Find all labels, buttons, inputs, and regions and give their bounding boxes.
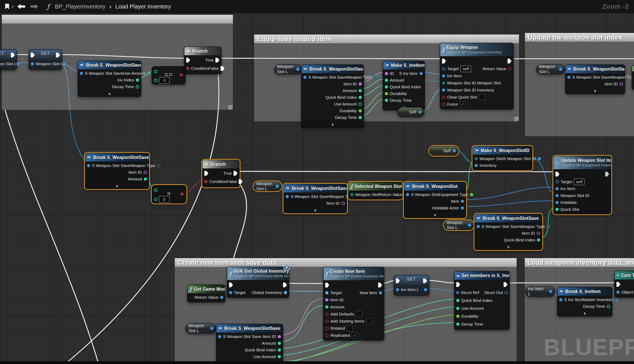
set-members-invitem[interactable]: ▬Set members in S_InvItemStruct RefStruc…: [454, 271, 510, 330]
data-pin[interactable]: [424, 288, 427, 291]
exec-pin[interactable]: [507, 59, 511, 64]
master-inventory-pin[interactable]: [615, 298, 618, 301]
break-weaponslotsave-6-header[interactable]: Break S_WeaponSlotSave: [475, 214, 542, 222]
create-new-item[interactable]: ƒCreate New ItemTarget is BP Global Inve…: [323, 267, 384, 340]
exec-pin[interactable]: [605, 172, 609, 176]
weapon-slot-pin[interactable]: [475, 157, 478, 160]
data-pin[interactable]: [181, 192, 184, 196]
collapse-down-icon[interactable]: ∨: [284, 208, 347, 213]
output-pin[interactable]: [549, 290, 552, 293]
set-node-partial[interactable]: SETWeapon Slot L: [0, 49, 17, 70]
rotated-pin[interactable]: [325, 327, 329, 330]
s-inv-item-pin[interactable]: [420, 72, 423, 75]
decay-time-pin[interactable]: [385, 99, 388, 102]
output-pin[interactable]: [468, 224, 471, 227]
collapse-down-icon[interactable]: ∨: [475, 244, 542, 250]
condition-pin[interactable]: [186, 67, 189, 70]
weapon-slot-l-pin[interactable]: [31, 62, 34, 66]
quick-bind-index-pin[interactable]: [537, 238, 540, 242]
decay-time-pin[interactable]: [359, 116, 362, 119]
comment-untitled-resize-handle[interactable]: [228, 105, 233, 110]
inv-index-pin[interactable]: [136, 78, 139, 82]
back-arrow-icon[interactable]: [17, 4, 25, 9]
break-weaponslot-header[interactable]: Break S_WeaponSlot: [404, 182, 466, 190]
break-invitem-header[interactable]: Break S_InvItem: [557, 287, 612, 296]
break-weaponslotsave-2-header[interactable]: Break S_WeaponSlotSave: [302, 65, 364, 73]
data-pin[interactable]: [154, 79, 157, 82]
selected-weapon-slot[interactable]: ƒSelected Weapon SlotWeapon SlotReturn V…: [348, 182, 403, 200]
replicated-pin[interactable]: [325, 334, 329, 337]
greater-node[interactable]: >0: [152, 185, 186, 204]
output-pin[interactable]: [210, 327, 213, 330]
collapse-up-icon[interactable]: ∧: [302, 122, 364, 127]
horizontal-scrollbar[interactable]: [0, 361, 634, 364]
sgk-get-global-inventory-header[interactable]: ƒSGK Get Global InventoryTarget is BP SG…: [227, 267, 289, 280]
s-inv-item-pin[interactable]: [559, 298, 562, 301]
sgk-get-global-inventory[interactable]: ƒSGK Get Global InventoryTarget is BP SG…: [227, 266, 289, 298]
quick-slot-pin[interactable]: [555, 208, 559, 211]
update-weapon-slot-item-header[interactable]: ◇Update Weapon Slot ItemTarget is BP Equ…: [554, 156, 611, 169]
weapon-slot-l-pill-4[interactable]: Weapon Slot L: [444, 220, 474, 230]
set-members-invitem-header[interactable]: ▬Set members in S_InvItem: [454, 271, 509, 280]
set-inv-item-l[interactable]: SETInv Item L: [394, 275, 429, 296]
holdable-actor-pin[interactable]: [461, 206, 464, 210]
output-pin[interactable]: [296, 68, 299, 71]
exec-pin[interactable]: [378, 283, 382, 288]
checkbox-unchecked[interactable]: [479, 94, 485, 100]
forward-arrow-icon[interactable]: [30, 4, 38, 9]
clipped-pure-node[interactable]: [632, 65, 634, 90]
make-weaponslotid-header[interactable]: Make S_WeaponSlotID: [473, 146, 532, 154]
exec-pin[interactable]: [283, 282, 287, 287]
weapon-slot-id-inventory-pin[interactable]: [442, 88, 445, 92]
s-weapon-slot-save-pin[interactable]: [80, 72, 83, 75]
make-invitem[interactable]: Make S_InvItemIDS Inv ItemAmountQuick Bi…: [383, 61, 425, 110]
exec-pin[interactable]: [221, 66, 225, 71]
return-value-pin[interactable]: [220, 296, 223, 299]
output-pin[interactable]: [276, 185, 279, 188]
s-weapon-slot-save-pin[interactable]: [286, 195, 289, 198]
set-node-weapon-slot[interactable]: SETWeapon Slot L: [29, 49, 62, 70]
amount-pin[interactable]: [278, 342, 281, 345]
self-pill-2[interactable]: Self: [429, 146, 459, 156]
use-amount-pin[interactable]: [147, 72, 151, 75]
struct-ref-pin[interactable]: [456, 291, 460, 294]
s-weapon-slot-id-pin[interactable]: [538, 157, 541, 160]
break-weaponslotsave-6[interactable]: Break S_WeaponSlotSaveS Weapon Slot Save…: [474, 214, 542, 250]
item-id-pin[interactable]: [278, 335, 281, 338]
branch-node-2-header[interactable]: ⇄Branch: [203, 160, 239, 168]
quick-bind-index-pin[interactable]: [385, 86, 388, 88]
break-weaponslotsave-3-header[interactable]: Break S_WeaponSlotSave: [565, 65, 625, 73]
condition-pin[interactable]: [204, 180, 208, 183]
target-pin[interactable]: [229, 291, 232, 294]
weapon-slot-id-pin[interactable]: [555, 194, 559, 197]
struct-out-pin[interactable]: [504, 290, 508, 294]
weapon-slot-l-pill-2[interactable]: Weapon Slot L: [536, 64, 565, 74]
amount-pin[interactable]: [359, 89, 362, 92]
collapse-up-icon[interactable]: ∧: [557, 311, 612, 316]
data-pin[interactable]: [154, 188, 157, 192]
equals-node[interactable]: ==-1: [152, 66, 186, 84]
s-weapon-slot-save-pin[interactable]: [87, 164, 90, 167]
return-value-pin[interactable]: [508, 67, 511, 70]
self-pill-1[interactable]: Self: [397, 107, 424, 117]
amount-pin[interactable]: [325, 306, 328, 308]
decay-time-pin[interactable]: [456, 322, 459, 326]
checkbox-unchecked[interactable]: [347, 325, 353, 332]
s-weapon-slot-save-pin[interactable]: [477, 225, 480, 228]
item-id-pin[interactable]: [341, 202, 345, 205]
s-weapon-slot-pin[interactable]: [406, 193, 409, 196]
break-weaponslotsave-5-header[interactable]: Break S_WeaponSlotSave: [284, 184, 347, 192]
use-amount-pin[interactable]: [456, 307, 459, 310]
value-input[interactable]: self: [574, 178, 584, 185]
exec-pin[interactable]: [186, 58, 190, 62]
output-pin[interactable]: [559, 68, 562, 71]
item-id-pin[interactable]: [537, 232, 540, 235]
exec-pin[interactable]: [325, 283, 329, 288]
comment-equip-resize-handle[interactable]: [514, 117, 519, 121]
durability-pin[interactable]: [385, 92, 388, 95]
value-input[interactable]: 0: [159, 196, 170, 203]
item-id-pin[interactable]: [144, 171, 147, 174]
target-pin[interactable]: [325, 291, 328, 294]
cast-to-bp-header[interactable]: »Cast To BP: [615, 271, 634, 280]
item-id-pin[interactable]: [619, 82, 623, 86]
